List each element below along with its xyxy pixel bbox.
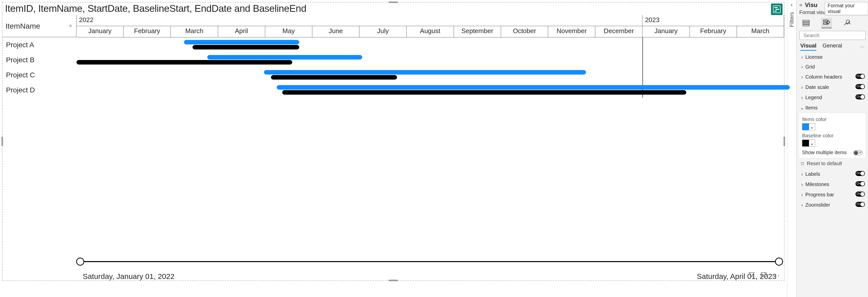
gantt-row-label[interactable]: Project D: [2, 83, 76, 98]
gantt-track-row: [76, 37, 784, 52]
chevron-right-icon: ›: [800, 64, 804, 70]
gantt-baseline-bar[interactable]: [282, 90, 686, 94]
svg-rect-3: [774, 11, 777, 12]
fields-pane-icon[interactable]: [801, 18, 811, 28]
svg-rect-7: [803, 25, 809, 26]
zoom-slider-track[interactable]: [80, 261, 779, 262]
toggle-show-multiple[interactable]: Off: [853, 150, 863, 155]
chevron-right-icon: ›: [800, 94, 804, 101]
month-header-cell: February: [690, 26, 737, 37]
gantt-track-row: [76, 83, 784, 98]
toggle-legend[interactable]: On: [856, 94, 865, 100]
baseline-color-swatch[interactable]: [802, 140, 809, 146]
month-header-cell: March: [737, 26, 784, 37]
svg-rect-6: [803, 22, 809, 24]
expand-filters-icon[interactable]: [789, 2, 794, 8]
chevron-right-icon: ›: [800, 171, 804, 177]
filter-icon[interactable]: [748, 271, 755, 279]
tab-visual[interactable]: Visual: [800, 43, 816, 51]
visual-title: ItemID, ItemName, StartDate, BaselineSta…: [2, 2, 784, 15]
time-header: 20222023 JanuaryFebruaryMarchAprilMayJun…: [76, 15, 784, 37]
analytics-pane-icon[interactable]: [842, 18, 852, 28]
pane-title: Visu: [805, 1, 817, 8]
month-header-cell: December: [595, 26, 643, 37]
chevron-right-icon: ›: [800, 74, 804, 80]
gantt-visual[interactable]: ItemID, ItemName, StartDate, BaselineSta…: [2, 2, 784, 281]
filters-pane-collapsed[interactable]: Filters: [787, 0, 797, 297]
gantt-row-label[interactable]: Project B: [2, 52, 76, 68]
focus-mode-icon[interactable]: [760, 271, 767, 279]
gantt-item-bar[interactable]: [264, 70, 586, 75]
svg-rect-1: [774, 7, 778, 8]
baseline-color-dropdown[interactable]: ⌄: [809, 140, 815, 146]
month-header-cell: January: [643, 26, 689, 37]
resize-handle-right[interactable]: [783, 137, 785, 146]
gantt-baseline-bar[interactable]: [271, 75, 397, 80]
format-pane: « Visu » Format your visual Format visua…: [797, 0, 868, 297]
month-header-cell: March: [171, 26, 218, 37]
format-pane-icon[interactable]: [822, 18, 832, 28]
month-header-cell: August: [407, 26, 454, 37]
card-labels[interactable]: › Labels On: [797, 169, 868, 179]
toggle-column-headers[interactable]: On: [856, 74, 865, 79]
card-license[interactable]: › License: [797, 52, 868, 62]
card-date-scale[interactable]: › Date scale On: [797, 82, 868, 92]
chevron-right-icon: ›: [800, 182, 804, 187]
card-legend[interactable]: › Legend On: [797, 92, 868, 103]
card-zoomslider[interactable]: › Zoomslider On: [797, 200, 868, 210]
row-header-cell[interactable]: ItemName: [2, 15, 76, 37]
row-header-label: ItemName: [5, 22, 40, 30]
gantt-item-bar[interactable]: [184, 40, 299, 45]
gantt-badge-icon: [773, 5, 781, 14]
filters-pane-label: Filters: [788, 12, 795, 27]
gantt-baseline-bar[interactable]: [192, 45, 299, 50]
items-color-swatch[interactable]: [802, 123, 809, 130]
collapse-pane-icon[interactable]: «: [799, 2, 802, 8]
card-grid[interactable]: › Grid: [797, 62, 868, 72]
chevron-right-icon: ›: [800, 202, 804, 208]
month-header-cell: February: [124, 26, 171, 37]
chevron-right-icon: ›: [800, 84, 804, 90]
card-items-body: Items color ⌄ Baseline color ⌄ Show mult…: [799, 113, 866, 158]
year-header-cell: 2023: [643, 15, 784, 26]
toggle-milestones[interactable]: On: [856, 181, 865, 186]
gantt-row-label[interactable]: Project C: [2, 68, 76, 83]
card-milestones[interactable]: › Milestones On: [797, 179, 868, 190]
gantt-row-label[interactable]: Project A: [2, 37, 76, 52]
toggle-labels[interactable]: On: [856, 171, 865, 176]
zoom-slider-end-handle[interactable]: [775, 258, 783, 266]
card-column-headers[interactable]: › Column headers On: [797, 72, 868, 82]
show-multiple-label: Show multiple items: [802, 150, 847, 155]
month-header-cell: November: [548, 26, 595, 37]
reset-to-default[interactable]: Reset to default: [797, 158, 868, 169]
format-search-input[interactable]: [799, 31, 866, 40]
gantt-baseline-bar[interactable]: [76, 60, 292, 64]
toggle-progress-bar[interactable]: On: [856, 192, 865, 196]
more-options-icon[interactable]: ···: [772, 274, 780, 277]
gantt-track-row: [76, 52, 784, 68]
month-header-cell: May: [265, 26, 312, 37]
reset-icon: [800, 161, 805, 166]
card-items[interactable]: ⌄ Items: [797, 103, 868, 113]
baseline-color-label: Baseline color: [802, 133, 863, 139]
card-progress-bar[interactable]: › Progress bar On: [797, 190, 868, 200]
visual-type-badge[interactable]: [771, 3, 782, 15]
chevron-right-icon: ›: [800, 192, 804, 197]
resize-handle-left[interactable]: [1, 137, 3, 146]
toggle-zoomslider[interactable]: On: [856, 202, 865, 207]
format-search-field[interactable]: [804, 33, 867, 38]
month-header-cell: June: [312, 26, 360, 37]
resize-handle-top[interactable]: [389, 1, 398, 3]
svg-rect-8: [824, 20, 828, 21]
gantt-item-bar[interactable]: [207, 55, 362, 59]
toggle-date-scale[interactable]: On: [856, 84, 865, 89]
month-header-cell: September: [454, 26, 501, 37]
svg-rect-4: [761, 273, 766, 277]
svg-rect-5: [803, 20, 809, 22]
items-color-dropdown[interactable]: ⌄: [809, 123, 815, 130]
gantt-item-bar[interactable]: [277, 85, 790, 90]
gantt-track-row: [76, 68, 784, 83]
zoom-slider-start-handle[interactable]: [76, 258, 84, 266]
tab-general[interactable]: General: [823, 43, 842, 51]
tabs-more-icon[interactable]: ···: [860, 44, 865, 50]
